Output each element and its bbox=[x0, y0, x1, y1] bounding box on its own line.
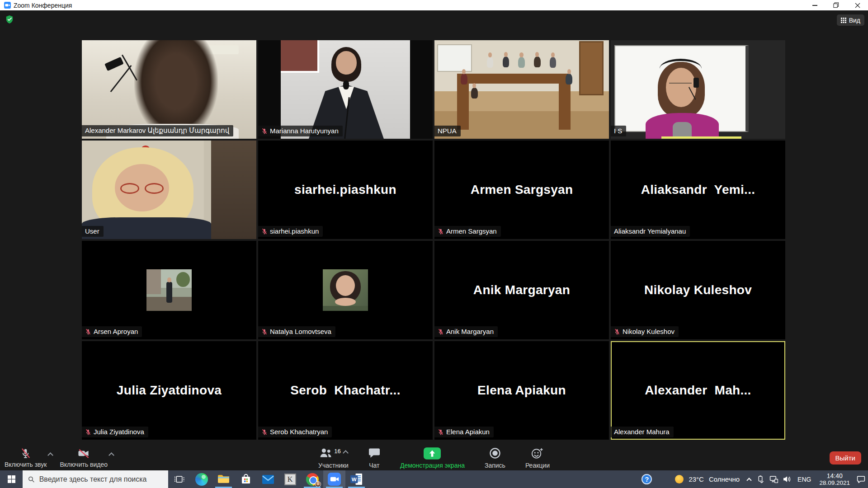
restore-button[interactable] bbox=[826, 0, 847, 10]
zoom-app-icon bbox=[4, 2, 11, 9]
audio-options-chevron[interactable] bbox=[48, 452, 54, 458]
weather-sun-icon[interactable] bbox=[675, 475, 684, 483]
participant-tile[interactable]: I S bbox=[611, 40, 785, 139]
video-feed bbox=[434, 40, 609, 139]
participant-tile[interactable]: Anik Margaryan Anik Margaryan bbox=[434, 241, 609, 339]
weather-condition[interactable]: Солнечно bbox=[709, 475, 740, 483]
search-icon bbox=[28, 476, 35, 483]
zoom-app-button[interactable] bbox=[323, 470, 345, 488]
participant-display-name: Armen Sargsyan bbox=[434, 141, 609, 239]
volume-icon[interactable] bbox=[783, 476, 791, 483]
chrome-app-button[interactable] bbox=[301, 470, 323, 488]
participant-tile[interactable]: Arsen Aproyan bbox=[82, 241, 256, 339]
share-screen-button[interactable]: Демонстрация экрана bbox=[400, 447, 465, 469]
participants-icon bbox=[319, 447, 332, 459]
start-button[interactable] bbox=[0, 470, 23, 488]
participant-name-tag: Marianna Harutyunyan bbox=[258, 126, 343, 136]
record-button[interactable]: Запись bbox=[485, 447, 505, 469]
participant-display-name: Anik Margaryan bbox=[434, 241, 609, 339]
profile-photo bbox=[323, 269, 368, 311]
taskbar-apps: K W bbox=[190, 470, 368, 488]
file-explorer-app-button[interactable] bbox=[212, 470, 235, 488]
taskbar-search[interactable] bbox=[23, 470, 168, 488]
participant-grid: Alexander Markarov Ալեքսանդր Մարգարով Ma… bbox=[82, 40, 785, 440]
participant-tile[interactable]: siarhei.piashkun siarhei.piashkun bbox=[258, 141, 433, 239]
participant-tile[interactable]: User bbox=[82, 141, 256, 239]
participant-display-name: Nikolay Kuleshov bbox=[611, 241, 785, 339]
hidden-icons-chevron[interactable] bbox=[746, 478, 751, 483]
participant-tile[interactable]: Serob Khachatr... Serob Khachatryan bbox=[258, 341, 433, 440]
participant-name-tag: siarhei.piashkun bbox=[258, 226, 323, 237]
video-feed bbox=[82, 141, 256, 239]
edge-app-button[interactable] bbox=[190, 470, 212, 488]
k-app-icon: K bbox=[284, 474, 296, 485]
reactions-smiley-icon bbox=[531, 447, 543, 459]
mic-muted-icon bbox=[261, 328, 268, 335]
participant-name-tag: Armen Sargsyan bbox=[434, 226, 501, 237]
mic-muted-icon bbox=[85, 429, 91, 435]
participant-name-tag: Aliaksandr Yemialyanau bbox=[611, 226, 690, 237]
weather-temperature[interactable]: 23°C bbox=[689, 475, 704, 483]
camera-off-icon bbox=[77, 447, 90, 460]
participant-display-name: siarhei.piashkun bbox=[258, 141, 433, 239]
help-tray-icon[interactable]: ? bbox=[642, 474, 652, 484]
task-view-button[interactable] bbox=[168, 470, 190, 488]
task-view-icon bbox=[174, 475, 185, 484]
taskbar-search-input[interactable] bbox=[39, 475, 163, 483]
participant-name-tag: User bbox=[82, 226, 104, 237]
mic-muted-icon bbox=[261, 429, 268, 435]
participant-name-tag: Elena Apiakun bbox=[434, 427, 494, 437]
share-screen-icon bbox=[424, 447, 441, 460]
close-button[interactable] bbox=[847, 0, 868, 10]
reactions-button[interactable]: Реакции bbox=[525, 447, 550, 469]
action-center-icon[interactable] bbox=[857, 475, 865, 483]
video-options-chevron[interactable] bbox=[108, 452, 114, 458]
security-shield-icon[interactable] bbox=[5, 15, 14, 24]
mail-app-button[interactable] bbox=[257, 470, 279, 488]
word-app-button[interactable]: W bbox=[345, 470, 368, 488]
view-button[interactable]: Вид bbox=[837, 14, 864, 26]
participant-tile[interactable]: Nikolay Kuleshov Nikolay Kuleshov bbox=[611, 241, 785, 339]
mic-muted-icon bbox=[261, 128, 268, 134]
microsoft-store-icon bbox=[241, 474, 251, 485]
taskbar-clock[interactable]: 14:40 28.09.2021 bbox=[817, 473, 852, 486]
chat-button[interactable]: Чат bbox=[368, 447, 380, 469]
participant-name-tag: I S bbox=[611, 126, 626, 136]
participant-display-name: Alexander Mah... bbox=[611, 341, 785, 440]
participants-chevron[interactable] bbox=[343, 450, 349, 456]
participant-tile[interactable]: Alexander Mah... Alexander Mahura bbox=[611, 341, 785, 440]
network-icon[interactable] bbox=[769, 475, 778, 483]
participant-tile[interactable]: Natalya Lomovtseva bbox=[258, 241, 433, 339]
participant-name-tag: Arsen Aproyan bbox=[82, 326, 142, 337]
start-video-button[interactable]: Включить видео bbox=[60, 447, 108, 468]
mic-muted-icon bbox=[438, 328, 444, 335]
participants-button[interactable]: 16 Участники bbox=[318, 447, 349, 469]
mic-muted-icon bbox=[614, 328, 620, 335]
profile-photo bbox=[146, 269, 192, 311]
meeting-area: Вид Alexander Markarov Ալեքսանդր Մարգարո… bbox=[0, 10, 868, 470]
input-language-indicator[interactable]: ENG bbox=[796, 476, 812, 483]
mic-muted-icon bbox=[85, 328, 91, 335]
unmute-button[interactable]: Включить звук bbox=[5, 447, 47, 468]
k-app-button[interactable]: K bbox=[279, 470, 301, 488]
participant-tile[interactable]: Alexander Markarov Ալեքսանդր Մարգարով bbox=[82, 40, 256, 139]
video-feed bbox=[258, 40, 433, 139]
participants-count: 16 bbox=[334, 448, 340, 455]
participant-tile[interactable]: Marianna Harutyunyan bbox=[258, 40, 433, 139]
windows-taskbar: K W ? 23°C Солнечно ENG 14:40 bbox=[0, 470, 868, 488]
mic-off-icon bbox=[19, 447, 32, 460]
participant-tile[interactable]: NPUA bbox=[434, 40, 609, 139]
mic-muted-icon bbox=[261, 228, 268, 235]
chat-icon bbox=[368, 447, 380, 459]
participant-name-tag: Alexander Markarov Ալեքսանդր Մարգարով bbox=[82, 125, 233, 136]
participant-tile[interactable]: Elena Apiakun Elena Apiakun bbox=[434, 341, 609, 440]
minimize-button[interactable] bbox=[804, 0, 826, 10]
participant-tile[interactable]: Aliaksandr Yemi... Aliaksandr Yemialyana… bbox=[611, 141, 785, 239]
microsoft-store-app-button[interactable] bbox=[235, 470, 257, 488]
usb-device-icon[interactable] bbox=[757, 475, 764, 483]
participant-tile[interactable]: Julia Ziyatdinova Julia Ziyatdinova bbox=[82, 341, 256, 440]
participant-tile[interactable]: Armen Sargsyan Armen Sargsyan bbox=[434, 141, 609, 239]
screen: Zoom Конференция Вид Alexan bbox=[0, 0, 868, 488]
leave-meeting-button[interactable]: Выйти bbox=[830, 451, 861, 465]
window-title: Zoom Конференция bbox=[14, 2, 72, 9]
